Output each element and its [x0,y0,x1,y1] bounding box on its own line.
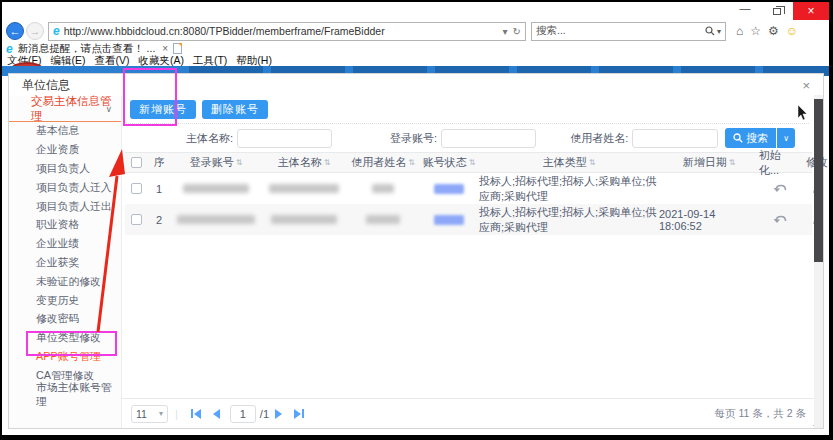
last-page-button[interactable] [294,409,304,419]
delete-account-button[interactable]: 删除账号 [202,100,268,119]
divider [126,123,809,124]
url-dropdown-icon[interactable]: ▾ [503,26,508,37]
row-seq: 1 [147,183,171,195]
more-filters-button[interactable]: ∨ [777,128,795,148]
favorites-star-icon[interactable]: ☆ [750,24,761,38]
minimize-button[interactable]: — [729,2,761,20]
menu-view[interactable]: 查看(V) [94,55,129,66]
browser-search-placeholder: 搜索... [536,24,566,38]
header-user-name[interactable]: 使用者姓名⇅ [347,155,419,170]
accounts-table: 序 登录账号⇅ 主体名称⇅ 使用者姓名⇅ 账号状态⇅ 主体类型⇅ 新增日期⇅ 初… [125,152,812,235]
row-seq: 2 [147,214,171,226]
sidebar-item-enterprise-awards[interactable]: 企业获奖 [9,254,121,273]
redacted-login-account [183,184,249,193]
redacted-user-name [366,215,400,224]
sidebar-item-leader-move-in[interactable]: 项目负责人迁入 [9,178,121,197]
sidebar-item-change-history[interactable]: 变更历史 [9,291,121,310]
toolbar: 新增账号 删除账号 [130,100,268,119]
subject-type-text: 投标人;招标代理;招标人;采购单位;供应商;采购代理 [479,205,659,235]
sidebar-item-basic-info[interactable]: 基本信息 [9,122,121,141]
header-subject-name[interactable]: 主体名称⇅ [261,155,347,170]
sidebar-group-trade-subject[interactable]: 交易主体信息管理 ∨ [9,96,121,122]
user-name-label: 使用者姓名: [570,131,628,146]
add-account-button[interactable]: 新增账号 [130,100,196,119]
search-icon[interactable] [705,26,715,36]
total-pages-label: /1 [260,408,269,420]
tab-close-icon[interactable]: × [162,43,168,54]
menu-help[interactable]: 帮助(H) [236,55,272,66]
modal-close-icon[interactable]: × [802,78,810,93]
sidebar-item-unit-type-change[interactable]: 单位类型修改 [9,329,121,348]
address-bar: ← → e http://www.hbbidcloud.cn:8080/TPBi… [2,20,829,42]
ie-page-icon: e [53,24,60,38]
feedback-smiley-icon[interactable]: ☺ [786,24,798,38]
sidebar-item-market-subject-account[interactable]: 市场主体账号管理 [9,385,121,404]
user-name-input[interactable] [632,129,718,148]
sidebar-item-enterprise-performance[interactable]: 企业业绩 [9,235,121,254]
sort-icon[interactable]: ⇅ [729,158,736,167]
chevron-down-icon: ∨ [105,104,112,114]
login-account-label: 登录账号: [390,131,437,146]
back-button[interactable]: ← [6,22,24,40]
sort-icon[interactable]: ⇅ [324,158,331,167]
refresh-icon[interactable]: ↻ [513,26,521,37]
sort-icon[interactable]: ⇅ [236,158,243,167]
close-button[interactable]: × [793,2,829,20]
sidebar-item-project-leader[interactable]: 项目负责人 [9,160,121,179]
vertical-scrollbar[interactable] [814,95,823,428]
pagination-bar: 11 ▾ | /1 每页 11 条，共 2 条 [122,398,814,428]
header-login-account[interactable]: 登录账号⇅ [171,155,261,170]
sort-icon[interactable]: ⇅ [469,158,476,167]
sidebar-item-professional-qualification[interactable]: 职业资格 [9,216,121,235]
select-all-checkbox[interactable] [131,157,142,168]
url-text[interactable]: http://www.hbbidcloud.cn:8080/TPBidder/m… [64,25,499,37]
menu-tools[interactable]: 工具(T) [193,55,227,66]
sidebar-item-app-account-management[interactable]: APP账号管理 [9,348,121,367]
search-button[interactable]: 搜索 [725,128,776,148]
sidebar-item-enterprise-qualification[interactable]: 企业资质 [9,141,121,160]
header-subject-type[interactable]: 主体类型⇅ [479,155,659,170]
forward-button[interactable]: → [26,22,44,40]
table-header-row: 序 登录账号⇅ 主体名称⇅ 使用者姓名⇅ 账号状态⇅ 主体类型⇅ 新增日期⇅ 初… [125,152,812,173]
header-add-date[interactable]: 新增日期⇅ [659,155,759,170]
header-initialize: 初始化... [759,148,801,178]
menu-favorites[interactable]: 收藏夹(A) [138,55,184,66]
next-page-button[interactable] [275,409,282,419]
sort-icon[interactable]: ⇅ [589,158,596,167]
previous-page-button[interactable] [213,409,220,419]
row-checkbox[interactable] [131,214,142,225]
back-icon: ← [10,25,21,37]
header-account-status[interactable]: 账号状态⇅ [419,155,479,170]
search-dropdown-icon[interactable]: ▾ [717,27,721,36]
new-tab-button[interactable] [173,43,182,54]
sidebar-item-unverified-changes[interactable]: 未验证的修改 [9,272,121,291]
title-bar: — × [2,2,829,20]
table-row: 1 投标人;招标代理;招标人;采购单位;供应商;采购代理 [125,173,812,204]
login-account-input[interactable] [441,129,536,148]
first-page-button[interactable] [191,409,201,419]
url-field[interactable]: e http://www.hbbidcloud.cn:8080/TPBidder… [48,22,526,41]
scrollbar-thumb[interactable] [814,99,823,262]
row-checkbox[interactable] [131,183,142,194]
add-date-text: 2021-09-14 18:06:52 [659,208,759,232]
divider: | [175,408,178,420]
sidebar-item-leader-move-out[interactable]: 项目负责人迁出 [9,197,121,216]
menu-edit[interactable]: 编辑(E) [50,55,85,66]
page-size-select[interactable]: 11 ▾ [131,405,168,423]
sidebar-item-change-password[interactable]: 修改密码 [9,310,121,329]
forward-icon: → [30,25,41,37]
undo-icon[interactable] [773,183,787,194]
header-seq: 序 [147,155,171,170]
home-icon[interactable]: ⌂ [736,24,743,38]
modal-title: 单位信息 [22,77,70,94]
pagination-summary: 每页 11 条，共 2 条 [715,407,806,421]
subject-name-label: 主体名称: [186,131,233,146]
restore-button[interactable] [761,2,793,20]
subject-name-input[interactable] [237,129,332,148]
undo-icon[interactable] [773,214,787,225]
sort-icon[interactable]: ⇅ [408,158,415,167]
browser-search-field[interactable]: 搜索... ▾ [531,22,726,41]
gear-icon[interactable]: ⚙ [768,24,779,38]
page-number-input[interactable] [230,405,256,423]
redacted-subject-name [269,184,339,193]
